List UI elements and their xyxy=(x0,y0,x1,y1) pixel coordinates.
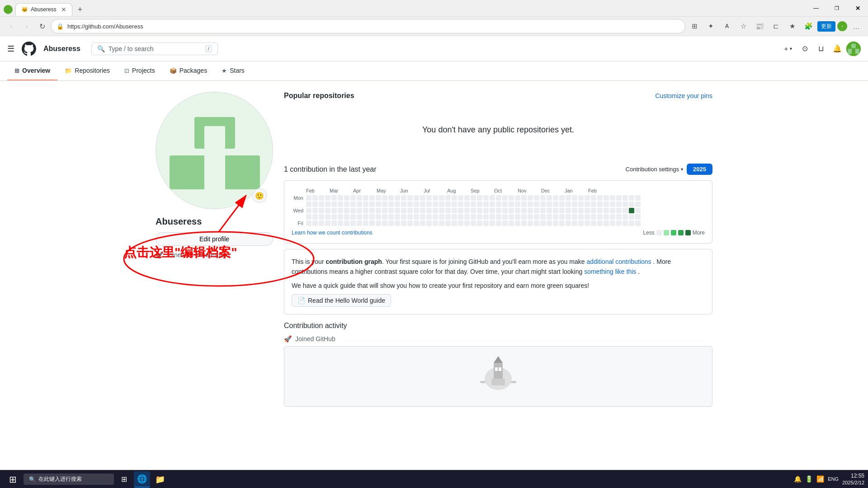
graph-cell xyxy=(502,221,508,226)
legend-l4 xyxy=(685,230,691,235)
graph-cell xyxy=(420,221,425,226)
learn-contributions-link[interactable]: Learn how we count contributions xyxy=(292,230,373,236)
graph-cell xyxy=(388,214,394,220)
github-search[interactable]: 🔍 Type / to search / xyxy=(91,42,218,55)
graph-cell xyxy=(331,214,337,220)
minimize-button[interactable]: — xyxy=(806,0,826,16)
graph-cell xyxy=(553,202,558,207)
search-icon: 🔍 xyxy=(97,45,105,52)
graph-cell xyxy=(591,202,596,207)
refresh-button[interactable]: ↻ xyxy=(35,19,49,33)
graph-cell xyxy=(515,195,520,201)
tab-close-icon[interactable]: ✕ xyxy=(61,6,66,13)
graph-cell xyxy=(623,221,628,226)
tooltip-p2: We have a quick guide that will show you… xyxy=(292,281,705,291)
svg-rect-6 xyxy=(204,126,225,149)
graph-cell xyxy=(566,195,571,201)
graph-cell xyxy=(471,214,476,220)
browser-star-btn[interactable]: ☆ xyxy=(736,19,750,33)
browser-copilot-btn[interactable]: ✦ xyxy=(703,19,718,33)
customize-pins-link[interactable]: Customize your pins xyxy=(655,92,712,99)
contribution-summary: 1 contribution in the last year xyxy=(284,165,377,174)
graph-cell xyxy=(477,202,482,207)
graph-cell xyxy=(420,214,425,220)
tab-repositories-label: Repositories xyxy=(75,67,110,74)
graph-cell xyxy=(363,208,368,213)
joined-github-section: 🚀 Joined GitHub xyxy=(284,335,712,407)
browser-translate-btn[interactable]: A xyxy=(720,19,734,33)
graph-cell xyxy=(433,221,438,226)
graph-cell xyxy=(445,221,451,226)
graph-cell xyxy=(344,214,349,220)
graph-cell xyxy=(382,221,387,226)
tab-stars[interactable]: ★ Stars xyxy=(214,61,252,80)
issues-btn[interactable]: ⊙ xyxy=(797,42,812,56)
graph-cell xyxy=(566,208,571,213)
browser-more-btn[interactable]: … xyxy=(849,19,863,33)
browser-ext-btn[interactable]: 🧩 xyxy=(801,19,816,33)
less-label: Less xyxy=(643,230,654,236)
contribution-section: 1 contribution in the last year Contribu… xyxy=(284,164,712,407)
new-tab-button[interactable]: + xyxy=(74,3,86,16)
nav-username: Abuseress xyxy=(43,45,80,53)
tab-overview[interactable]: ⊞ Overview xyxy=(7,61,57,80)
graph-cell xyxy=(325,214,330,220)
restore-button[interactable]: ❐ xyxy=(826,0,847,16)
forward-button[interactable]: › xyxy=(20,19,33,33)
close-button[interactable]: ✕ xyxy=(847,0,868,16)
graph-cell xyxy=(483,221,489,226)
tab-favicon: 🐱 xyxy=(21,6,28,13)
hello-world-label: Read the Hello World guide xyxy=(308,297,385,304)
graph-cell xyxy=(312,202,318,207)
popular-repos-title: Popular repositories xyxy=(284,92,354,100)
github-logo[interactable] xyxy=(22,42,36,56)
something-like-this-link[interactable]: something like this xyxy=(584,268,636,275)
graph-cell xyxy=(439,214,444,220)
browser-fav-btn[interactable]: ★ xyxy=(785,19,799,33)
svg-rect-17 xyxy=(491,379,505,385)
graph-cell xyxy=(635,202,641,207)
graph-cell xyxy=(534,195,539,201)
graph-cell xyxy=(502,208,508,213)
graph-cell xyxy=(452,208,457,213)
back-button[interactable]: ‹ xyxy=(5,19,18,33)
browser-tab[interactable]: 🐱 Abuseress ✕ xyxy=(15,3,72,16)
pullrequest-btn[interactable]: ⊔ xyxy=(814,42,828,56)
browser-reader-btn[interactable]: 📰 xyxy=(752,19,767,33)
graph-cell xyxy=(623,195,628,201)
legend-l2 xyxy=(671,230,676,235)
year-filter-btn[interactable]: 2025 xyxy=(687,164,712,175)
contribution-settings-btn[interactable]: Contribution settings ▾ xyxy=(626,166,684,173)
graph-cell xyxy=(604,208,609,213)
graph-cell xyxy=(585,214,590,220)
create-new-btn[interactable]: + ▾ xyxy=(781,43,796,54)
graph-cell xyxy=(439,208,444,213)
tab-packages[interactable]: 📦 Packages xyxy=(162,61,214,80)
graph-cell xyxy=(350,208,356,213)
user-avatar-nav[interactable] xyxy=(846,42,861,56)
tab-repositories[interactable]: 📁 Repositories xyxy=(57,61,117,80)
rocket-icon: 🚀 xyxy=(156,251,163,258)
tab-projects[interactable]: ⊡ Projects xyxy=(117,61,162,80)
graph-cell xyxy=(395,208,400,213)
browser-sidebar-btn[interactable]: ⊞ xyxy=(687,19,702,33)
graph-cell xyxy=(395,221,400,226)
hamburger-menu[interactable]: ☰ xyxy=(7,44,14,54)
browser-split-btn[interactable]: ⊏ xyxy=(769,19,783,33)
additional-contributions-link[interactable]: additional contributions xyxy=(586,258,651,265)
graph-cell xyxy=(312,221,318,226)
hello-world-guide-btn[interactable]: 📄 Read the Hello World guide xyxy=(292,294,391,307)
browser-update-btn[interactable]: 更新 xyxy=(817,21,835,32)
graph-cell xyxy=(401,202,406,207)
edit-profile-button[interactable]: Edit profile xyxy=(156,232,273,246)
graph-cell xyxy=(490,214,495,220)
graph-cell xyxy=(445,195,451,201)
graph-cell xyxy=(306,208,311,213)
avatar-emoji-button[interactable]: 🙂 xyxy=(252,188,267,203)
notifications-btn[interactable]: 🔔 xyxy=(830,42,844,56)
graph-cell xyxy=(433,208,438,213)
address-bar[interactable]: 🔒 https://github.com/Abuseress xyxy=(51,19,685,33)
graph-cell xyxy=(477,221,482,226)
graph-cell xyxy=(566,221,571,226)
graph-cell xyxy=(369,202,375,207)
